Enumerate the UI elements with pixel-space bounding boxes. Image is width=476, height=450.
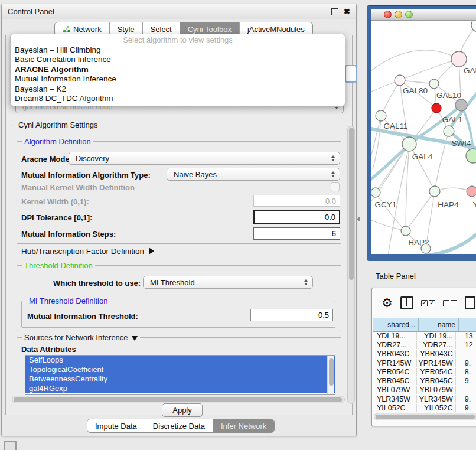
select-all-columns-icon[interactable]: ✓✓: [421, 300, 435, 306]
float-window-icon[interactable]: [331, 8, 338, 15]
table-row[interactable]: YBL079WYBL079W: [373, 386, 476, 394]
close-window-icon[interactable]: ✖: [344, 9, 350, 15]
settings-hscroll-thumb[interactable]: [14, 397, 342, 402]
application-desktop: Control Panel ✖ NetworkStyleSelectCyni T…: [0, 0, 476, 450]
table-cell: YLR345W: [417, 395, 456, 403]
mi-threshold-input[interactable]: [250, 309, 333, 321]
table-row[interactable]: YBR045CYBR045C9.: [373, 376, 476, 385]
hub-definition-toggle[interactable]: Hub/Transcription Factor Definition: [21, 247, 154, 256]
network-node[interactable]: [451, 51, 467, 67]
mi-threshold-label: Mutual Information Threshold:: [27, 312, 138, 321]
gear-icon[interactable]: ⚙: [382, 297, 393, 309]
network-canvas[interactable]: GALGAL80GAL10GAL1GAL11SWI4GAL4GCY1HAP4YH…: [371, 21, 476, 254]
node-label: GAL10: [436, 91, 461, 100]
table-row[interactable]: YIL052CYIL052C9.: [373, 403, 476, 412]
node-label: GAL: [464, 66, 476, 75]
which-threshold-combobox[interactable]: MI Threshold: [143, 276, 313, 289]
tab-label: Infer Network: [221, 422, 266, 431]
network-edge: [381, 80, 400, 116]
spinner-arrows-icon: [331, 155, 335, 161]
attribute-list-item[interactable]: BetweennessCentrality: [25, 374, 335, 384]
table-cell: YDR27...: [417, 341, 456, 349]
table-row[interactable]: YDR27...YDR27...12: [373, 340, 476, 349]
table-row[interactable]: YLR345WYLR345W9.: [373, 394, 476, 403]
mac-minimize-button[interactable]: [395, 11, 402, 18]
split-columns-icon[interactable]: [400, 296, 413, 309]
network-node[interactable]: [429, 79, 439, 89]
table-row[interactable]: YER054CYER054C8.: [373, 367, 476, 376]
network-node[interactable]: [466, 149, 476, 163]
table-toolbar: ⚙ ✓✓: [372, 288, 476, 318]
control-panel-titlebar: Control Panel ✖: [2, 4, 356, 19]
dropdown-item[interactable]: Dream8 DC_TDC Algorithm: [11, 94, 345, 103]
kernel-width-input[interactable]: [253, 195, 340, 207]
network-node[interactable]: [467, 186, 476, 197]
network-node[interactable]: [471, 21, 476, 32]
dropdown-item[interactable]: ARACNE Algorithm: [11, 65, 345, 74]
deselect-all-columns-icon[interactable]: [443, 300, 457, 306]
table-column-header[interactable]: [459, 318, 476, 331]
network-node[interactable]: [371, 188, 380, 197]
network-edge: [376, 193, 406, 231]
spinner-arrows-icon: [304, 279, 308, 285]
list-scrollbar-thumb[interactable]: [329, 358, 334, 386]
dropdown-item[interactable]: Bayesian – K2: [11, 84, 345, 94]
mac-close-button[interactable]: [384, 11, 392, 18]
dropdown-item[interactable]: Bayesian – Hill Climbing: [11, 45, 345, 55]
network-node[interactable]: [401, 226, 410, 236]
tab-label: Discretize Data: [153, 422, 205, 431]
network-view-titlebar[interactable]: [371, 9, 476, 21]
list-scrollbar-track: [327, 356, 334, 394]
mi-algorithm-type-combobox[interactable]: Naive Bayes: [167, 168, 340, 181]
tab-discretize-data[interactable]: Discretize Data: [145, 419, 213, 432]
network-icon: [63, 25, 70, 33]
attribute-list-item[interactable]: SelfLoops: [25, 356, 335, 365]
dropdown-item[interactable]: Basic Correlation Inference: [11, 55, 345, 64]
minimized-panel-icon[interactable]: [4, 441, 17, 450]
network-edge: [373, 116, 381, 169]
network-node[interactable]: [432, 103, 441, 113]
sources-group-toggle[interactable]: Sources for Network Inference: [22, 333, 140, 342]
table-cell: 9.: [456, 377, 476, 385]
aracne-mode-combobox[interactable]: Discovery: [69, 152, 340, 165]
network-node[interactable]: [444, 126, 454, 136]
network-node[interactable]: [395, 75, 405, 86]
table-cell: YBR043C: [417, 350, 456, 358]
mac-zoom-button[interactable]: [405, 11, 413, 18]
table-hscroll-thumb[interactable]: [376, 415, 475, 419]
aracne-mode-label: Aracne Mode:: [21, 155, 72, 164]
settings-vscroll-thumb[interactable]: [349, 128, 354, 280]
table-row[interactable]: YBR043CYBR043C: [373, 350, 476, 358]
attribute-list-item[interactable]: gal4RGexp: [25, 384, 335, 393]
network-node[interactable]: [455, 99, 467, 111]
table-column-header[interactable]: shared...: [373, 318, 419, 331]
network-edge: [406, 191, 435, 231]
dropdown-item[interactable]: Mutual Information Inference: [11, 74, 345, 84]
dpi-tolerance-input[interactable]: [253, 210, 340, 224]
table-column-header[interactable]: name: [419, 318, 459, 331]
table-cell: 9.: [456, 395, 476, 403]
mi-steps-input[interactable]: [253, 227, 340, 240]
table-row[interactable]: YDL19...YDL19...13: [373, 331, 476, 340]
splitter-grip[interactable]: [357, 216, 360, 222]
threshold-definition-title: Threshold Definition: [22, 261, 95, 270]
manual-kernel-width-checkbox[interactable]: [331, 182, 340, 191]
tab-infer-network[interactable]: Infer Network: [213, 419, 274, 432]
dropdown-placeholder: Select algorithm to view settings: [11, 34, 345, 45]
new-table-icon[interactable]: [465, 296, 475, 309]
apply-button[interactable]: Apply: [162, 403, 203, 417]
network-edge: [409, 144, 435, 191]
attribute-list-item[interactable]: TopologicalCoefficient: [25, 365, 335, 374]
node-label: SWI4: [451, 139, 471, 148]
table-cell: 9.: [456, 404, 476, 412]
table-cell: YBR045C: [373, 377, 417, 385]
focused-spinner-fragment[interactable]: [345, 65, 357, 83]
network-node[interactable]: [421, 244, 431, 253]
mi-steps-label: Mutual Information Steps:: [21, 230, 116, 239]
table-row[interactable]: YPR145WYPR145W9.: [373, 358, 476, 367]
network-node[interactable]: [376, 110, 386, 121]
kernel-width-label: Kernel Width (0,1):: [21, 197, 89, 206]
network-node[interactable]: [429, 186, 440, 197]
tab-impute-data[interactable]: Impute Data: [87, 419, 145, 432]
network-node[interactable]: [402, 137, 416, 151]
